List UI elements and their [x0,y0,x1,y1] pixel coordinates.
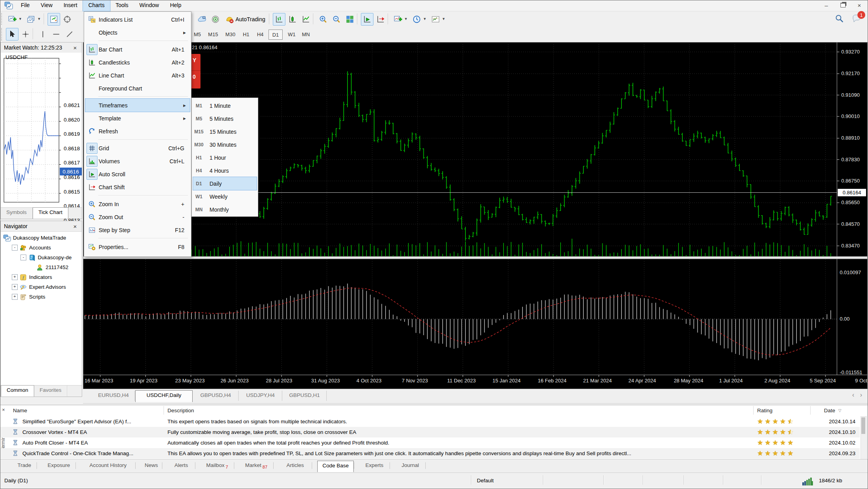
bar-chart-button[interactable] [273,13,285,26]
vertical-scrollbar[interactable] [861,416,867,459]
terminal-tab-market[interactable]: Market 87 [239,461,273,470]
menu-item-objects[interactable]: Objects► [85,26,190,39]
submenu-item-15-minutes[interactable]: M1515 Minutes [193,125,257,138]
tree-expander-icon[interactable]: + [12,284,18,290]
tree-expander-icon[interactable]: - [20,255,26,260]
chevron-down-icon[interactable]: ▼ [423,17,427,21]
restore-button[interactable] [835,1,851,9]
market-watch-close-icon[interactable]: × [72,44,79,51]
submenu-item-5-minutes[interactable]: M55 Minutes [193,112,257,125]
candlesticks-button[interactable] [286,13,299,26]
navigator-item-dukascopy-de[interactable]: -Dukascopy-de [2,253,81,262]
market-watch-tab-tick-chart[interactable]: Tick Chart [33,207,68,219]
timeframe-button-h4[interactable]: H4 [254,30,267,39]
menu-item-template[interactable]: Template► [85,112,190,125]
market-watch-button[interactable] [48,13,60,26]
chart-shift-button[interactable] [374,13,387,26]
navigator-close-icon[interactable]: × [72,223,79,230]
tabs-scroll-left-icon[interactable]: ‹ [852,391,854,399]
zoom-in-button[interactable] [317,13,329,26]
navigator-item-21117452[interactable]: 21117452 [2,262,81,272]
terminal-tab-account-history[interactable]: Account History [81,461,135,470]
menubar-item-insert[interactable]: Insert [58,0,83,11]
tree-expander-icon[interactable]: + [12,294,18,300]
cursor-button[interactable] [6,28,18,41]
submenu-item-weekly[interactable]: W1Weekly [193,190,257,203]
column-header-date[interactable]: Date ▽ [824,405,841,415]
tree-expander-icon[interactable]: + [12,274,18,280]
navigator-item-scripts[interactable]: +Scripts [2,292,81,302]
terminal-tab-articles[interactable]: Articles [279,461,312,470]
chart-tab-gbpusd-h1[interactable]: GBPUSD,H1 [283,391,327,401]
column-separator[interactable] [810,406,811,415]
menu-item-auto-scroll[interactable]: Auto Scroll [85,168,190,181]
terminal-tab-mailbox[interactable]: Mailbox 7 [200,461,234,470]
new-chart-button[interactable] [6,13,18,26]
column-header-name[interactable]: Name [13,405,27,415]
menu-item-bar-chart[interactable]: Bar ChartAlt+1 [85,43,190,56]
menubar-item-view[interactable]: View [35,0,58,11]
chart-tab-usdchf-daily[interactable]: USDCHF,Daily [135,390,193,402]
close-button[interactable]: × [851,1,868,10]
menu-item-refresh[interactable]: Refresh [85,125,190,138]
table-row[interactable]: Auto Profit Closer - MT4 EAAutomatically… [0,437,860,448]
indicator-add-button[interactable] [392,13,404,26]
menu-item-volumes[interactable]: VolumesCtrl+L [85,155,190,168]
menu-item-chart-shift[interactable]: Chart Shift [85,181,190,194]
navigator-item-dukascopy-metatrade[interactable]: Dukascopy MetaTrade [2,233,81,243]
horizontal-line-button[interactable] [50,28,63,41]
menu-item-indicators-list[interactable]: Indicators ListCtrl+I [85,13,190,26]
tabs-scroll-right-icon[interactable]: › [860,391,862,399]
table-row[interactable]: Crossover Vortex - MT4 EAFully customiza… [0,427,860,437]
navigator-tab-favorites[interactable]: Favorites [34,386,68,397]
terminal-tab-news[interactable]: News [141,461,162,470]
chart-tab-gbpusd-h4[interactable]: GBPUSD,H4 [193,391,239,401]
column-header-rating[interactable]: Rating [757,405,772,415]
chevron-down-icon[interactable]: ▼ [37,17,41,21]
vertical-line-button[interactable] [37,28,49,41]
templates-button[interactable] [429,13,442,26]
chevron-down-icon[interactable]: ▼ [442,17,445,21]
menu-item-line-chart[interactable]: Line ChartAlt+3 [85,69,190,82]
tick-chart[interactable] [1,53,82,207]
menu-item-grid[interactable]: GridCtrl+G [85,142,190,155]
toolbar-grip[interactable] [1,13,4,25]
chevron-down-icon[interactable]: ▼ [18,17,22,21]
timeframe-button-m30[interactable]: M30 [224,30,237,39]
chart-tab-usdjpy-h4[interactable]: USDJPY,H4 [239,391,282,401]
periods-button[interactable] [410,13,423,26]
table-row[interactable]: Simplified "EuroSurge" Expert Advisor (E… [0,416,860,427]
search-icon[interactable] [835,14,844,23]
menu-item-step-by-step[interactable]: Step by StepF12 [85,223,190,236]
scrollbar-thumb[interactable] [861,417,865,434]
table-row[interactable]: QuickTrade Control - One-Click Trade Man… [0,448,860,459]
submenu-item-1-hour[interactable]: H11 Hour [193,151,257,164]
submenu-item-30-minutes[interactable]: M3030 Minutes [193,138,257,151]
menu-item-timeframes[interactable]: Timeframes► [85,99,190,112]
menubar-item-file[interactable]: File [15,0,35,11]
profiles-button[interactable] [25,13,37,26]
terminal-close-icon[interactable]: × [2,407,5,413]
navigator-item-accounts[interactable]: -Accounts [2,243,81,253]
status-profile[interactable]: Default [477,478,494,483]
chevron-down-icon[interactable]: ▼ [404,17,408,21]
signals-button[interactable] [209,13,222,26]
menubar-item-help[interactable]: Help [164,0,187,11]
timeframe-button-h1[interactable]: H1 [239,30,253,39]
terminal-tab-exposure[interactable]: Exposure [42,461,75,470]
terminal-tab-code-base[interactable]: Code Base [317,461,353,472]
autotrading-button[interactable]: AutoTrading [223,13,268,26]
timeframe-button-m15[interactable]: M15 [206,30,220,39]
terminal-tab-journal[interactable]: Journal [395,461,425,470]
menubar-item-window[interactable]: Window [134,0,165,11]
market-watch-tab-symbols[interactable]: Symbols [1,208,33,219]
line-chart-button[interactable] [300,13,312,26]
timeframe-button-m5[interactable]: M5 [191,30,204,39]
chart-tab-eurusd-h4[interactable]: EURUSD,H4 [92,391,135,401]
terminal-tab-trade[interactable]: Trade [12,461,37,470]
terminal-tab-experts[interactable]: Experts [359,461,390,470]
submenu-item-daily[interactable]: D1Daily [193,177,257,190]
market-watch-titlebar[interactable]: Market Watch: 12:25:23 × [1,42,82,53]
column-separator[interactable] [753,406,754,415]
column-separator[interactable] [164,406,164,415]
